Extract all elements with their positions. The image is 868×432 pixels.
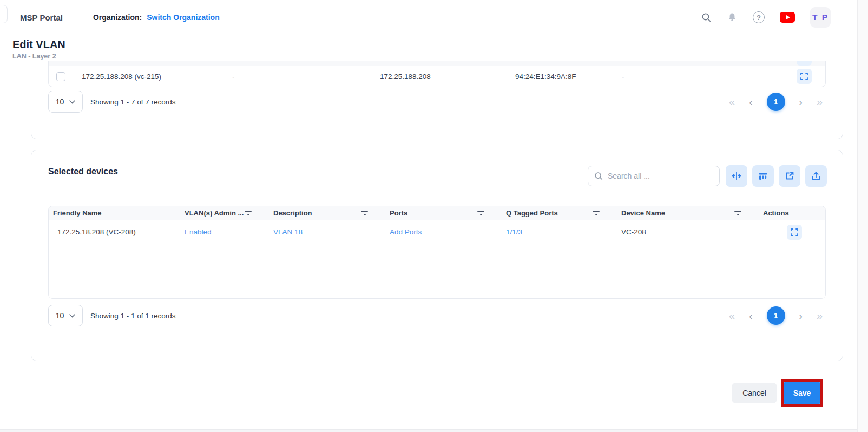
filter-icon[interactable] xyxy=(245,211,252,215)
footer-divider xyxy=(31,372,843,372)
table-row: 172.25.188.208 (vc-215) - 172.25.188.208… xyxy=(49,66,825,87)
expand-row-button[interactable] xyxy=(787,225,802,240)
page-size-select[interactable]: 10 xyxy=(48,305,83,326)
chevron-down-icon xyxy=(69,314,75,318)
table-columns-icon xyxy=(758,171,768,181)
chevron-down-icon xyxy=(69,100,75,104)
cell-tagged: - xyxy=(622,73,783,81)
last-page-button[interactable]: » xyxy=(817,96,823,107)
avatar[interactable]: T P xyxy=(810,7,831,28)
row-checkbox[interactable] xyxy=(56,72,65,81)
open-external-icon xyxy=(784,171,795,181)
pagination: 10 Showing 1 - 7 of 7 records « ‹ 1 › » xyxy=(48,91,826,113)
last-page-button[interactable]: » xyxy=(817,310,823,321)
selected-devices-table: Friendly Name VLAN(s) Admin ... Descript… xyxy=(48,206,826,299)
cancel-button[interactable]: Cancel xyxy=(732,383,777,403)
sidebar-collapsed-tab[interactable] xyxy=(0,5,8,23)
expand-icon xyxy=(800,73,808,80)
top-bar: MSP Portal Organization: Switch Organiza… xyxy=(0,0,857,35)
col-friendly-name: Friendly Name xyxy=(53,209,102,217)
search-icon xyxy=(594,171,603,181)
filter-icon[interactable] xyxy=(477,211,484,215)
section-title: Selected devices xyxy=(48,167,118,176)
col-ports: Ports xyxy=(390,209,407,217)
expand-icon xyxy=(791,228,798,236)
filter-icon[interactable] xyxy=(361,211,368,215)
page-number-active[interactable]: 1 xyxy=(767,93,785,111)
add-ports-link[interactable]: Add Ports xyxy=(390,228,422,236)
pagination: 10 Showing 1 - 1 of 1 records « ‹ 1 › » xyxy=(48,305,826,326)
records-summary: Showing 1 - 7 of 7 records xyxy=(90,98,176,106)
youtube-icon[interactable] xyxy=(780,12,795,23)
q-tagged-ports-link[interactable]: 1/1/3 xyxy=(506,228,522,236)
cell-friendly-name: 172.25.188.208 (vc-215) xyxy=(73,73,232,81)
resize-columns-button[interactable] xyxy=(726,165,747,187)
vertical-scrollbar[interactable] xyxy=(857,0,868,432)
play-icon xyxy=(786,15,790,19)
resize-columns-icon xyxy=(731,171,742,181)
next-page-button[interactable]: › xyxy=(799,97,803,107)
upload-icon xyxy=(811,171,821,181)
app-title: MSP Portal xyxy=(20,13,63,22)
col-q-tagged-ports: Q Tagged Ports xyxy=(506,209,558,217)
page-header: Edit VLAN LAN - Layer 2 xyxy=(0,35,857,61)
expand-icon-partial xyxy=(797,61,812,66)
search-icon[interactable] xyxy=(701,12,712,23)
save-button[interactable]: Save xyxy=(784,382,820,404)
table-toolbar xyxy=(588,165,827,187)
first-page-button[interactable]: « xyxy=(729,96,735,107)
col-description: Description xyxy=(273,209,312,217)
annotation-highlight: Save xyxy=(781,379,823,407)
top-bar-actions: ? T P xyxy=(701,7,857,28)
search-field[interactable] xyxy=(588,166,720,186)
table-row-partial xyxy=(49,61,825,66)
table-row: 172.25.18.208 (VC-208) Enabled VLAN 18 A… xyxy=(49,220,825,244)
help-icon[interactable]: ? xyxy=(753,11,765,23)
col-actions: Actions xyxy=(763,209,789,217)
bottom-edge xyxy=(0,429,857,432)
page-number-active[interactable]: 1 xyxy=(767,306,785,325)
cell-ip-address: 172.25.188.208 xyxy=(380,73,515,81)
prev-page-button[interactable]: ‹ xyxy=(749,311,752,321)
table-header-row: Friendly Name VLAN(s) Admin ... Descript… xyxy=(49,206,825,220)
description-link[interactable]: VLAN 18 xyxy=(273,228,303,236)
next-page-button[interactable]: › xyxy=(799,311,803,321)
vlan-admin-link[interactable]: Enabled xyxy=(185,228,212,236)
page-title: Edit VLAN xyxy=(0,35,857,51)
filter-icon[interactable] xyxy=(734,211,741,215)
expand-row-button[interactable] xyxy=(797,69,812,84)
organization-label: Organization: xyxy=(93,13,142,22)
bell-icon[interactable] xyxy=(727,12,738,23)
search-input[interactable] xyxy=(608,172,714,180)
cell-friendly-name: 172.25.18.208 (VC-208) xyxy=(49,228,181,236)
filter-icon[interactable] xyxy=(593,211,600,215)
open-external-button[interactable] xyxy=(779,165,800,187)
page-subtitle: LAN - Layer 2 xyxy=(0,51,857,60)
upload-button[interactable] xyxy=(805,165,827,187)
content-panel-edge xyxy=(14,60,14,432)
page: MSP Portal Organization: Switch Organiza… xyxy=(0,0,868,432)
table-columns-button[interactable] xyxy=(752,165,774,187)
selected-devices-card: Selected devices Friendly Name xyxy=(31,150,843,361)
cell-device-name: VC-208 xyxy=(618,228,760,236)
col-device-name: Device Name xyxy=(621,209,665,217)
col-vlan-admin: VLAN(s) Admin ... xyxy=(185,209,244,217)
prev-page-button[interactable]: ‹ xyxy=(749,97,752,107)
organization-link[interactable]: Switch Organization xyxy=(147,13,220,22)
records-summary: Showing 1 - 1 of 1 records xyxy=(90,312,176,320)
cell-mac-address: 94:24:E1:34:9A:8F xyxy=(515,73,622,81)
cell-vlan-admin: - xyxy=(232,73,380,81)
first-page-button[interactable]: « xyxy=(729,310,735,321)
page-size-select[interactable]: 10 xyxy=(48,91,83,113)
devices-table-card: 172.25.188.208 (vc-215) - 172.25.188.208… xyxy=(31,61,843,139)
devices-table: 172.25.188.208 (vc-215) - 172.25.188.208… xyxy=(48,61,826,87)
